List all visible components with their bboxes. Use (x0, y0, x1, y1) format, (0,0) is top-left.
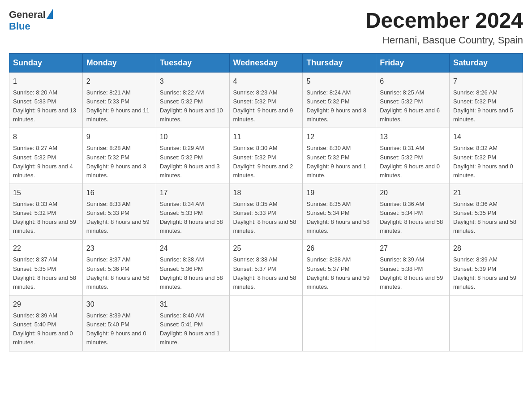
day-number: 21 (453, 188, 519, 198)
day-info: Sunrise: 8:35 AMSunset: 5:34 PMDaylight:… (306, 200, 372, 236)
day-info: Sunrise: 8:25 AMSunset: 5:32 PMDaylight:… (380, 88, 446, 124)
page-header: General Blue December 2024 Hernani, Basq… (9, 9, 523, 46)
calendar-cell: 26Sunrise: 8:38 AMSunset: 5:37 PMDayligh… (303, 240, 376, 295)
day-number: 5 (306, 76, 372, 87)
day-number: 26 (306, 243, 372, 254)
day-number: 29 (13, 299, 79, 310)
day-info: Sunrise: 8:20 AMSunset: 5:33 PMDaylight:… (13, 88, 79, 124)
day-info: Sunrise: 8:32 AMSunset: 5:32 PMDaylight:… (453, 144, 519, 180)
calendar-cell: 31Sunrise: 8:40 AMSunset: 5:41 PMDayligh… (156, 295, 229, 351)
day-number: 2 (86, 76, 152, 87)
day-number: 27 (380, 243, 446, 254)
calendar-cell: 7Sunrise: 8:26 AMSunset: 5:32 PMDaylight… (450, 72, 523, 128)
day-info: Sunrise: 8:30 AMSunset: 5:32 PMDaylight:… (306, 144, 372, 180)
day-info: Sunrise: 8:39 AMSunset: 5:38 PMDaylight:… (380, 255, 446, 291)
calendar-cell: 15Sunrise: 8:33 AMSunset: 5:32 PMDayligh… (9, 184, 83, 240)
calendar-cell: 17Sunrise: 8:34 AMSunset: 5:33 PMDayligh… (156, 184, 229, 240)
calendar-cell: 10Sunrise: 8:29 AMSunset: 5:32 PMDayligh… (156, 128, 229, 184)
day-number: 16 (86, 188, 152, 198)
day-info: Sunrise: 8:24 AMSunset: 5:32 PMDaylight:… (306, 88, 372, 124)
day-info: Sunrise: 8:39 AMSunset: 5:39 PMDaylight:… (453, 255, 519, 291)
logo-triangle-icon (47, 9, 53, 19)
day-info: Sunrise: 8:30 AMSunset: 5:32 PMDaylight:… (233, 144, 299, 180)
calendar-cell: 16Sunrise: 8:33 AMSunset: 5:33 PMDayligh… (82, 184, 156, 240)
day-info: Sunrise: 8:22 AMSunset: 5:32 PMDaylight:… (160, 88, 226, 124)
day-of-week-header: Thursday (303, 53, 376, 72)
day-number: 1 (13, 76, 79, 87)
calendar-week-row: 22Sunrise: 8:37 AMSunset: 5:35 PMDayligh… (9, 240, 523, 295)
day-number: 6 (380, 76, 446, 87)
logo: General Blue (9, 9, 53, 32)
calendar-week-row: 29Sunrise: 8:39 AMSunset: 5:40 PMDayligh… (9, 295, 523, 351)
calendar-title: December 2024 (365, 9, 523, 33)
calendar-cell (229, 295, 303, 351)
day-number: 13 (380, 132, 446, 142)
day-info: Sunrise: 8:23 AMSunset: 5:32 PMDaylight:… (233, 88, 299, 124)
calendar-cell: 22Sunrise: 8:37 AMSunset: 5:35 PMDayligh… (9, 240, 83, 295)
calendar-cell: 11Sunrise: 8:30 AMSunset: 5:32 PMDayligh… (229, 128, 303, 184)
day-info: Sunrise: 8:36 AMSunset: 5:35 PMDaylight:… (453, 200, 519, 236)
calendar-cell: 1Sunrise: 8:20 AMSunset: 5:33 PMDaylight… (9, 72, 83, 128)
day-number: 24 (160, 243, 226, 254)
calendar-cell: 20Sunrise: 8:36 AMSunset: 5:34 PMDayligh… (376, 184, 450, 240)
day-of-week-header: Sunday (9, 53, 83, 72)
day-number: 23 (86, 243, 152, 254)
calendar-cell: 28Sunrise: 8:39 AMSunset: 5:39 PMDayligh… (450, 240, 523, 295)
day-info: Sunrise: 8:31 AMSunset: 5:32 PMDaylight:… (380, 144, 446, 180)
day-of-week-header: Monday (82, 53, 156, 72)
calendar-week-row: 15Sunrise: 8:33 AMSunset: 5:32 PMDayligh… (9, 184, 523, 240)
day-info: Sunrise: 8:33 AMSunset: 5:33 PMDaylight:… (86, 200, 152, 236)
calendar-cell: 5Sunrise: 8:24 AMSunset: 5:32 PMDaylight… (303, 72, 376, 128)
calendar-cell: 2Sunrise: 8:21 AMSunset: 5:33 PMDaylight… (82, 72, 156, 128)
calendar-cell (450, 295, 523, 351)
day-info: Sunrise: 8:21 AMSunset: 5:33 PMDaylight:… (86, 88, 152, 124)
day-number: 9 (86, 132, 152, 142)
day-info: Sunrise: 8:35 AMSunset: 5:33 PMDaylight:… (233, 200, 299, 236)
day-info: Sunrise: 8:26 AMSunset: 5:32 PMDaylight:… (453, 88, 519, 124)
day-info: Sunrise: 8:33 AMSunset: 5:32 PMDaylight:… (13, 200, 79, 236)
calendar-cell: 18Sunrise: 8:35 AMSunset: 5:33 PMDayligh… (229, 184, 303, 240)
calendar-cell: 23Sunrise: 8:37 AMSunset: 5:36 PMDayligh… (82, 240, 156, 295)
calendar-cell (376, 295, 450, 351)
day-info: Sunrise: 8:37 AMSunset: 5:36 PMDaylight:… (86, 255, 152, 291)
calendar-cell: 21Sunrise: 8:36 AMSunset: 5:35 PMDayligh… (450, 184, 523, 240)
day-number: 3 (160, 76, 226, 87)
day-info: Sunrise: 8:39 AMSunset: 5:40 PMDaylight:… (86, 311, 152, 347)
calendar-cell: 30Sunrise: 8:39 AMSunset: 5:40 PMDayligh… (82, 295, 156, 351)
calendar-week-row: 1Sunrise: 8:20 AMSunset: 5:33 PMDaylight… (9, 72, 523, 128)
day-of-week-header: Friday (376, 53, 450, 72)
calendar-week-row: 8Sunrise: 8:27 AMSunset: 5:32 PMDaylight… (9, 128, 523, 184)
calendar-cell: 3Sunrise: 8:22 AMSunset: 5:32 PMDaylight… (156, 72, 229, 128)
day-info: Sunrise: 8:28 AMSunset: 5:32 PMDaylight:… (86, 144, 152, 180)
calendar-subtitle: Hernani, Basque Country, Spain (365, 34, 523, 46)
day-info: Sunrise: 8:39 AMSunset: 5:40 PMDaylight:… (13, 311, 79, 347)
day-number: 17 (160, 188, 226, 198)
day-number: 8 (13, 132, 79, 142)
calendar-cell: 9Sunrise: 8:28 AMSunset: 5:32 PMDaylight… (82, 128, 156, 184)
calendar-table: SundayMondayTuesdayWednesdayThursdayFrid… (9, 53, 523, 351)
calendar-cell (303, 295, 376, 351)
day-info: Sunrise: 8:40 AMSunset: 5:41 PMDaylight:… (160, 311, 226, 347)
day-number: 7 (453, 76, 519, 87)
logo-blue-text: Blue (9, 21, 53, 32)
day-info: Sunrise: 8:37 AMSunset: 5:35 PMDaylight:… (13, 255, 79, 291)
day-number: 4 (233, 76, 299, 87)
day-number: 10 (160, 132, 226, 142)
calendar-cell: 27Sunrise: 8:39 AMSunset: 5:38 PMDayligh… (376, 240, 450, 295)
day-number: 31 (160, 299, 226, 310)
day-number: 25 (233, 243, 299, 254)
calendar-cell: 4Sunrise: 8:23 AMSunset: 5:32 PMDaylight… (229, 72, 303, 128)
day-info: Sunrise: 8:29 AMSunset: 5:32 PMDaylight:… (160, 144, 226, 180)
calendar-cell: 13Sunrise: 8:31 AMSunset: 5:32 PMDayligh… (376, 128, 450, 184)
day-of-week-header: Wednesday (229, 53, 303, 72)
day-number: 30 (86, 299, 152, 310)
logo-general-text: General (9, 9, 46, 21)
day-info: Sunrise: 8:38 AMSunset: 5:37 PMDaylight:… (306, 255, 372, 291)
day-number: 20 (380, 188, 446, 198)
calendar-cell: 6Sunrise: 8:25 AMSunset: 5:32 PMDaylight… (376, 72, 450, 128)
calendar-cell: 29Sunrise: 8:39 AMSunset: 5:40 PMDayligh… (9, 295, 83, 351)
calendar-cell: 24Sunrise: 8:38 AMSunset: 5:36 PMDayligh… (156, 240, 229, 295)
day-number: 15 (13, 188, 79, 198)
calendar-header-row: SundayMondayTuesdayWednesdayThursdayFrid… (9, 53, 523, 72)
calendar-cell: 14Sunrise: 8:32 AMSunset: 5:32 PMDayligh… (450, 128, 523, 184)
